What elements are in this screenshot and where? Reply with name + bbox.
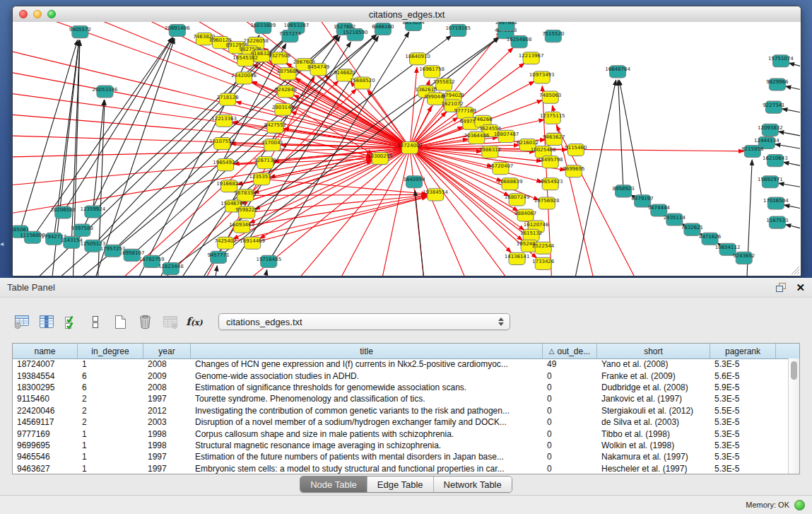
table-cell-short[interactable]: Franke et al. (2009) bbox=[597, 371, 710, 381]
graph-edge[interactable] bbox=[553, 105, 594, 276]
graph-node[interactable]: 9115460 bbox=[565, 144, 587, 156]
graph-node[interactable]: 2087682 bbox=[495, 22, 517, 31]
graph-node[interactable]: 15751074 bbox=[768, 55, 794, 67]
graph-node[interactable]: 9267130 bbox=[254, 157, 276, 169]
table-cell-year[interactable]: 2012 bbox=[143, 406, 191, 416]
graph-node[interactable]: 14136141 bbox=[505, 252, 530, 264]
column-header-out_degree[interactable]: △out_de... bbox=[543, 344, 597, 358]
table-cell-short[interactable]: Wolkin et al. (1998) bbox=[597, 440, 710, 450]
table-cell-name[interactable]: 9699695 bbox=[13, 440, 78, 450]
table-cell-pagerank[interactable]: 5.3E-5 bbox=[710, 394, 776, 404]
graph-node[interactable]: 19384554 bbox=[423, 189, 448, 201]
graph-edge[interactable] bbox=[218, 38, 499, 257]
graph-edge[interactable] bbox=[775, 144, 800, 148]
table-cell-year[interactable]: 2003 bbox=[143, 417, 191, 427]
table-cell-pagerank[interactable]: 5.3E-5 bbox=[710, 440, 776, 450]
graph-node[interactable]: 16210643 bbox=[763, 155, 788, 167]
scrollbar-thumb[interactable] bbox=[791, 361, 797, 380]
close-panel-icon[interactable]: ✕ bbox=[796, 283, 805, 293]
graph-node[interactable]: 16648784 bbox=[605, 66, 630, 78]
table-cell-short[interactable]: Nakamura et al. (1997) bbox=[597, 452, 710, 462]
table-cell-name[interactable]: 18300295 bbox=[13, 382, 78, 392]
table-cell-in_degree[interactable]: 6 bbox=[78, 371, 143, 381]
tab-node-table[interactable]: Node Table bbox=[300, 477, 367, 492]
table-cell-short[interactable]: Stergiakouli et al. (2012) bbox=[597, 406, 710, 416]
table-cell-title[interactable]: Disruption of a novel member of a sodium… bbox=[191, 417, 543, 427]
graph-edge[interactable] bbox=[575, 80, 616, 276]
collapsed-panel-arrow-icon[interactable]: ◂ bbox=[0, 240, 4, 247]
graph-node[interactable]: 1733426 bbox=[532, 257, 555, 269]
graph-node[interactable]: 9884067 bbox=[514, 209, 536, 221]
graph-node[interactable]: 8813054 bbox=[402, 22, 425, 31]
graph-node[interactable]: 12213967 bbox=[519, 52, 544, 64]
table-cell-name[interactable]: 22420046 bbox=[13, 406, 78, 416]
tab-network-table[interactable]: Network Table bbox=[433, 477, 512, 492]
graph-node[interactable]: 15720407 bbox=[488, 163, 514, 175]
close-window-button[interactable] bbox=[19, 10, 28, 18]
graph-node[interactable]: 6466160 bbox=[372, 23, 394, 35]
table-cell-out_degree[interactable]: 0 bbox=[543, 371, 597, 381]
graph-edge[interactable] bbox=[779, 132, 800, 136]
graph-node[interactable]: 9243652 bbox=[733, 252, 755, 264]
table-settings-icon[interactable] bbox=[12, 313, 30, 331]
graph-node[interactable]: 1615132 bbox=[520, 229, 542, 241]
window-titlebar[interactable]: citations_edges.txt bbox=[13, 6, 801, 23]
table-cell-year[interactable]: 1997 bbox=[143, 452, 191, 462]
graph-node[interactable]: 8471626 bbox=[699, 233, 722, 245]
table-cell-in_degree[interactable]: 1 bbox=[78, 440, 143, 450]
graph-edge[interactable] bbox=[242, 196, 427, 226]
graph-node[interactable]: 9699695 bbox=[563, 165, 584, 177]
graph-node[interactable]: 1875685 bbox=[277, 68, 299, 80]
table-cell-name[interactable]: 19384554 bbox=[13, 371, 78, 381]
graph-node[interactable]: 10807487 bbox=[494, 130, 519, 142]
table-row[interactable]: 969969511998Structural magnetic resonanc… bbox=[13, 440, 789, 451]
graph-node[interactable]: 9463627 bbox=[543, 133, 565, 145]
graph-edge[interactable] bbox=[789, 63, 800, 66]
table-cell-pagerank[interactable]: 5.5E-5 bbox=[710, 406, 776, 416]
table-cell-out_degree[interactable]: 0 bbox=[543, 452, 597, 462]
vertical-scrollbar[interactable] bbox=[788, 358, 799, 474]
table-cell-short[interactable]: Dudbridge et al. (2008) bbox=[597, 382, 710, 392]
graph-node[interactable]: 12213363 bbox=[211, 115, 237, 127]
table-cell-year[interactable]: 1998 bbox=[143, 440, 191, 450]
graph-edge[interactable] bbox=[786, 225, 800, 228]
table-cell-title[interactable]: Estimation of the future numbers of pati… bbox=[191, 452, 543, 462]
graph-node[interactable]: 20364486 bbox=[464, 132, 490, 144]
graph-edge[interactable] bbox=[415, 190, 424, 276]
graph-node[interactable]: 16807249 bbox=[505, 194, 530, 206]
graph-node[interactable]: 7515520 bbox=[542, 30, 564, 42]
table-cell-out_degree[interactable]: 0 bbox=[543, 394, 597, 404]
graph-node[interactable]: 12353534 bbox=[249, 173, 274, 185]
graph-node[interactable]: 18495798 bbox=[538, 156, 563, 168]
table-row[interactable]: 1456911722003Disruption of a novel membe… bbox=[13, 416, 789, 428]
table-cell-title[interactable]: Structural magnetic resonance image aver… bbox=[191, 440, 543, 450]
graph-edge[interactable] bbox=[784, 205, 800, 209]
graph-node[interactable]: 20206588 bbox=[50, 206, 76, 218]
table-row[interactable]: 977716911998Corpus callosum shape and si… bbox=[13, 428, 789, 439]
table-cell-year[interactable]: 2008 bbox=[143, 382, 191, 392]
graph-node[interactable]: 9457771 bbox=[207, 251, 229, 263]
column-visibility-icon[interactable] bbox=[37, 313, 55, 331]
graph-node[interactable]: 9405572 bbox=[69, 26, 91, 38]
table-cell-title[interactable]: Embryonic stem cells: a model to study s… bbox=[191, 464, 543, 474]
delete-table-icon[interactable] bbox=[136, 313, 154, 331]
graph-node[interactable]: 9878334 bbox=[235, 189, 257, 201]
graph-node[interactable]: 16961758 bbox=[419, 66, 445, 78]
graph-node[interactable]: 9397588 bbox=[71, 224, 93, 236]
resize-grip-icon[interactable] bbox=[789, 264, 800, 275]
graph-node[interactable]: 4170041 bbox=[261, 139, 283, 151]
table-cell-out_degree[interactable]: 0 bbox=[543, 440, 597, 450]
table-cell-year[interactable]: 1998 bbox=[143, 429, 191, 439]
graph-node[interactable]: 7357274 bbox=[279, 30, 302, 42]
graph-node[interactable]: 8454749 bbox=[307, 64, 329, 76]
graph-node[interactable]: 19654923 bbox=[538, 178, 563, 190]
graph-node[interactable]: 7485063 bbox=[539, 91, 561, 103]
table-cell-title[interactable]: Changes of HCN gene expression and I(f) … bbox=[191, 359, 543, 369]
graph-edge[interactable] bbox=[382, 148, 410, 276]
table-cell-name[interactable]: 18724007 bbox=[13, 359, 78, 369]
graph-node[interactable]: 19756928 bbox=[534, 197, 560, 209]
graph-node[interactable]: 1167533 bbox=[766, 216, 788, 228]
graph-edge[interactable] bbox=[339, 148, 410, 276]
graph-node[interactable]: 16033809 bbox=[250, 22, 276, 34]
graph-node[interactable]: 16545382 bbox=[233, 54, 258, 66]
